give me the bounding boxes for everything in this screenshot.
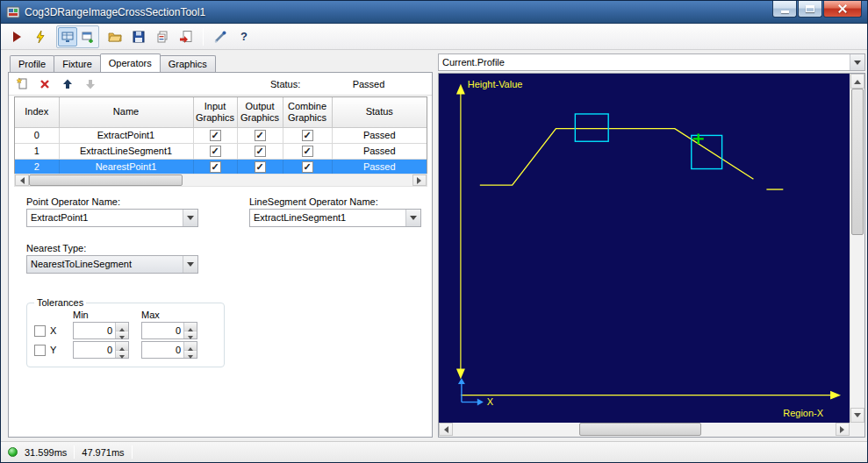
y-max-spinner[interactable]: 0 — [141, 341, 197, 359]
grid-column-header[interactable]: Name — [59, 97, 193, 127]
tolerance-row-label: X — [50, 325, 73, 336]
output-graphics-checkbox[interactable] — [255, 130, 266, 141]
run-button[interactable] — [6, 26, 27, 47]
tolerance-x-checkbox[interactable] — [34, 325, 46, 337]
scroll-right-button[interactable] — [836, 423, 850, 436]
grid-horizontal-scrollbar[interactable] — [14, 174, 427, 187]
scroll-left-button[interactable] — [439, 423, 453, 436]
x-max-spinner[interactable]: 0 — [141, 322, 197, 339]
operator-row-ExtractLineSegment1[interactable]: 1ExtractLineSegment1Passed — [15, 143, 427, 159]
output-graphics-checkbox[interactable] — [255, 161, 266, 173]
input-graphics-checkbox[interactable] — [210, 130, 221, 141]
save-file-button[interactable] — [128, 26, 149, 47]
tab-fixture[interactable]: Fixture — [54, 55, 101, 72]
combine-graphics-checkbox[interactable] — [302, 130, 313, 141]
grid-column-header[interactable]: Combine Graphics — [283, 97, 332, 127]
origin-label: X — [487, 397, 493, 408]
scrollbar-track[interactable] — [850, 89, 864, 408]
scrollbar-track[interactable] — [453, 423, 836, 436]
tolerances-header: Min Max — [34, 310, 219, 320]
scrollbar-thumb[interactable] — [579, 423, 702, 436]
grid-cell: 0 — [15, 127, 59, 143]
grid-cell: ExtractLineSegment1 — [59, 143, 193, 159]
title-bar[interactable]: Cog3DRangeImageCrossSectionTool1 — [1, 1, 867, 24]
spinner-up-button[interactable] — [184, 342, 197, 351]
minimize-button[interactable] — [772, 1, 797, 18]
spinner-down-button[interactable] — [116, 351, 128, 359]
operator-row-ExtractPoint1[interactable]: 0ExtractPoint1Passed — [15, 127, 427, 143]
scrollbar-thumb[interactable] — [29, 175, 183, 186]
input-graphics-checkbox[interactable] — [210, 161, 221, 173]
spinner-down-button[interactable] — [184, 351, 197, 359]
dropdown-button[interactable] — [405, 210, 420, 226]
graphics-canvas[interactable]: Height-Value Region-X X — [439, 74, 850, 423]
scroll-right-icon — [840, 426, 848, 433]
output-graphics-checkbox[interactable] — [255, 146, 266, 157]
grid-column-header[interactable]: Input Graphics — [193, 97, 237, 127]
floppy-disk-icon — [132, 30, 146, 44]
move-up-button[interactable] — [58, 75, 77, 93]
linesegment-operator-combobox[interactable]: ExtractLineSegment1 — [249, 209, 421, 227]
live-run-button[interactable] — [30, 26, 51, 47]
minimize-icon — [781, 11, 789, 13]
chevron-down-icon — [187, 262, 194, 270]
spinner-up-button[interactable] — [116, 342, 128, 351]
grid-column-header[interactable]: Output Graphics — [237, 97, 283, 127]
operator-row-NearestPoint1[interactable]: 2NearestPoint1Passed — [15, 159, 427, 175]
graphics-vertical-scrollbar[interactable] — [850, 74, 864, 423]
point-operator-combobox[interactable]: ExtractPoint1 — [26, 209, 198, 227]
grid-column-header[interactable]: Index — [15, 97, 59, 127]
spinner-value: 0 — [142, 323, 183, 338]
dropdown-button[interactable] — [850, 54, 864, 70]
graphic-marker-rect[interactable] — [692, 135, 722, 168]
import-button[interactable] — [176, 26, 197, 47]
spinner-up-button[interactable] — [184, 323, 197, 331]
grid-cell: Passed — [332, 127, 427, 143]
delete-operator-button[interactable] — [35, 75, 54, 93]
new-operator-button[interactable] — [12, 75, 32, 93]
scroll-down-button[interactable] — [850, 408, 864, 423]
status-indicator-icon — [8, 447, 18, 457]
tolerance-y-checkbox[interactable] — [34, 345, 46, 356]
dropdown-button[interactable] — [183, 256, 197, 273]
scrollbar-track[interactable] — [29, 175, 412, 186]
move-down-button[interactable] — [81, 75, 100, 93]
open-file-button[interactable] — [104, 26, 126, 47]
x-min-spinner[interactable]: 0 — [73, 322, 129, 339]
tab-operators[interactable]: Operators — [100, 53, 161, 72]
point-operator-label: Point Operator Name: — [26, 196, 120, 207]
new-window-button[interactable] — [78, 27, 97, 46]
scroll-right-button[interactable] — [412, 175, 427, 186]
min-header: Min — [73, 310, 131, 320]
help-button[interactable]: ? — [233, 26, 255, 47]
maximize-button[interactable] — [798, 1, 822, 18]
spinner-down-button[interactable] — [184, 331, 197, 339]
input-graphics-checkbox[interactable] — [210, 146, 221, 157]
combine-graphics-checkbox[interactable] — [302, 146, 313, 157]
graphics-horizontal-scrollbar[interactable] — [438, 423, 865, 438]
tab-profile[interactable]: Profile — [10, 55, 54, 72]
spinner-up-button[interactable] — [116, 323, 128, 331]
grid-column-header[interactable]: Status — [332, 97, 427, 127]
graphic-marker-rect[interactable] — [575, 114, 608, 141]
nearest-type-combobox[interactable]: NearestToLineSegment — [26, 255, 198, 274]
chevron-down-icon — [410, 216, 417, 224]
page-red-arrow-icon — [179, 30, 193, 44]
status-label: Status: — [270, 79, 300, 89]
scroll-up-button[interactable] — [850, 74, 864, 89]
tab-graphics[interactable]: Graphics — [160, 55, 216, 72]
scroll-left-button[interactable] — [15, 175, 29, 186]
tool-settings-button[interactable] — [210, 26, 231, 47]
grid-body: 0ExtractPoint1Passed1ExtractLineSegment1… — [15, 127, 427, 175]
dropdown-button[interactable] — [183, 210, 197, 226]
scrollbar-thumb[interactable] — [851, 89, 864, 235]
spinner-down-button[interactable] — [116, 331, 128, 339]
close-button[interactable] — [823, 1, 862, 18]
result-display-toggle[interactable] — [58, 27, 77, 46]
graphics-selector-combobox[interactable]: Current.Profile — [438, 53, 865, 71]
combine-graphics-checkbox[interactable] — [302, 161, 313, 173]
scroll-left-icon — [17, 177, 25, 184]
y-min-spinner[interactable]: 0 — [73, 341, 129, 359]
copy-button[interactable] — [152, 26, 173, 47]
statusbar-separator — [74, 445, 75, 459]
